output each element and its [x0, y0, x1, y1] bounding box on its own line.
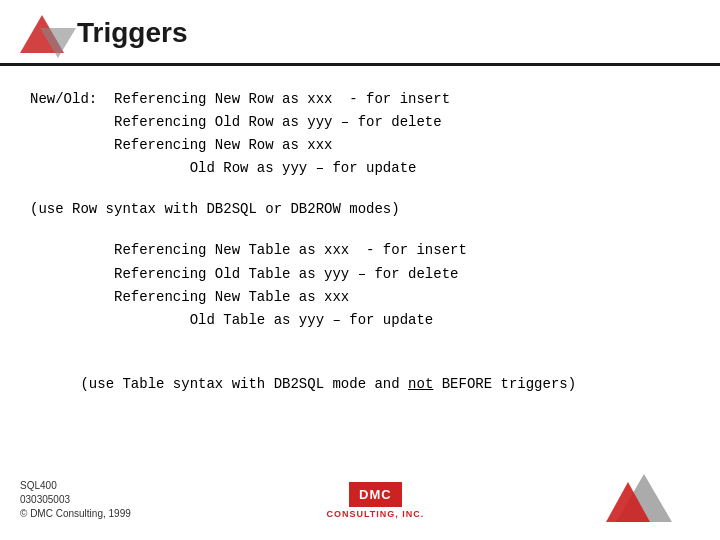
dmc-consulting-label: CONSULTING, INC. — [326, 509, 424, 519]
table-note: (use Table syntax with DB2SQL mode and n… — [30, 350, 690, 419]
footer-logo-area: DMC CONSULTING, INC. — [326, 482, 424, 519]
row-line-3: Referencing New Row as xxx — [30, 134, 690, 157]
footer: SQL400 030305003 © DMC Consulting, 1999 … — [0, 470, 720, 530]
table-line-3: Referencing New Table as xxx — [30, 286, 690, 309]
footer-line2: 030305003 — [20, 494, 70, 505]
row-line-2: Referencing Old Row as yyy – for delete — [30, 111, 690, 134]
footer-triangle-red-icon — [606, 482, 650, 522]
header-logo — [10, 10, 65, 55]
table-line-1: Referencing New Table as xxx - for inser… — [30, 239, 690, 262]
footer-line3: © DMC Consulting, 1999 — [20, 508, 131, 519]
dmc-label: DMC — [349, 482, 402, 507]
row-line-1: New/Old: Referencing New Row as xxx - fo… — [30, 88, 690, 111]
page-title: Triggers — [77, 17, 187, 49]
table-syntax-note: (use Table syntax with DB2SQL mode and n… — [30, 350, 690, 419]
footer-info: SQL400 030305003 © DMC Consulting, 1999 — [20, 479, 131, 521]
note2-suffix: BEFORE triggers) — [433, 376, 576, 392]
row-referencing-block: New/Old: Referencing New Row as xxx - fo… — [30, 88, 690, 180]
note2-prefix: (use Table syntax with DB2SQL mode and — [80, 376, 408, 392]
table-line-2: Referencing Old Table as yyy – for delet… — [30, 263, 690, 286]
table-referencing-block: Referencing New Table as xxx - for inser… — [30, 239, 690, 331]
row-line-4: Old Row as yyy – for update — [30, 157, 690, 180]
note2-underline: not — [408, 376, 433, 392]
table-line-4: Old Table as yyy – for update — [30, 309, 690, 332]
dmc-logo: DMC CONSULTING, INC. — [326, 482, 424, 519]
footer-line1: SQL400 — [20, 480, 57, 491]
row-note: (use Row syntax with DB2SQL or DB2ROW mo… — [30, 198, 690, 221]
main-content: New/Old: Referencing New Row as xxx - fo… — [0, 66, 720, 447]
triangle-gray-icon — [40, 28, 76, 58]
header: Triggers — [0, 0, 720, 66]
row-syntax-note: (use Row syntax with DB2SQL or DB2ROW mo… — [30, 198, 690, 221]
footer-triangles — [620, 470, 700, 530]
